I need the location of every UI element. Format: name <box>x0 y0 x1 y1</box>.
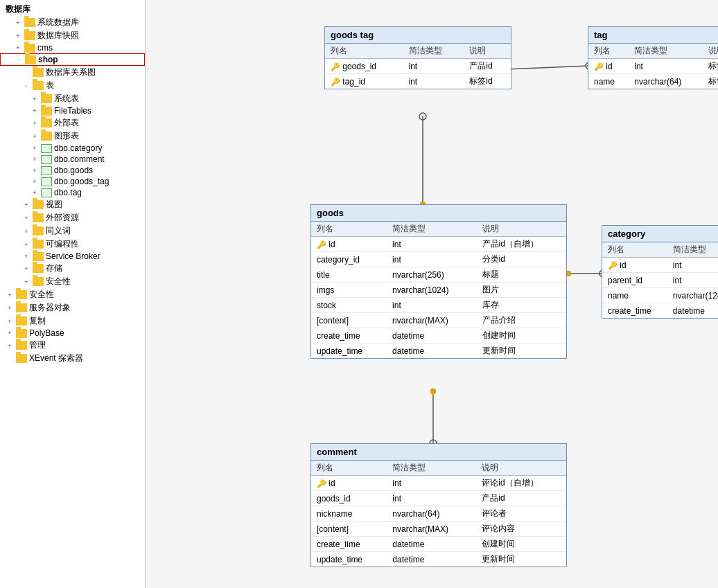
table-icon <box>41 188 52 197</box>
sidebar-item-label: dbo.comment <box>54 154 105 164</box>
expand-icon: + <box>22 240 30 249</box>
table-row: 🔑 tag_id int 标签id <box>325 74 511 89</box>
table-row: 🔑 id int 产品id（自增） <box>311 237 566 252</box>
sidebar-item-polybase[interactable]: + PolyBase <box>0 328 145 339</box>
col-type: nvarchar(64) <box>387 506 476 522</box>
col-type: nvarchar(MAX) <box>387 313 476 328</box>
table-row: parent_id int 父级分类id <box>602 273 718 288</box>
col-name: update_time <box>311 344 387 359</box>
sidebar-item-system-tables[interactable]: + 系统表 <box>0 92 145 105</box>
expand-icon: + <box>30 119 39 127</box>
sidebar-item-dbo-goods-tag[interactable]: + dbo.goods_tag <box>0 176 145 187</box>
col-header-name: 列名 <box>311 222 387 237</box>
expand-icon: + <box>30 132 39 141</box>
col-name: parent_id <box>602 273 667 288</box>
sidebar-item-storage[interactable]: + 存储 <box>0 262 145 275</box>
sidebar-item-replication[interactable]: + 复制 <box>0 314 145 328</box>
col-desc: 创建时间 <box>477 328 566 344</box>
key-icon: 🔑 <box>317 479 326 488</box>
sidebar-item-label: XEvent 探索器 <box>29 353 83 364</box>
sidebar-item-cms[interactable]: + cms <box>0 42 145 53</box>
folder-icon <box>33 81 44 90</box>
table-row: create_time datetime 创建时间 <box>311 537 566 552</box>
folder-icon <box>24 44 35 53</box>
sidebar-item-label: Service Broker <box>46 251 100 261</box>
sidebar-item-external-tables[interactable]: + 外部表 <box>0 116 145 130</box>
sidebar-item-system-db[interactable]: + 系统数据库 <box>0 16 145 29</box>
sidebar-item-service-broker[interactable]: + Service Broker <box>0 251 145 262</box>
expand-icon: + <box>14 19 22 27</box>
sidebar-item-synonyms[interactable]: + 同义词 <box>0 224 145 238</box>
sidebar-item-shop[interactable]: - shop <box>0 53 145 66</box>
sidebar-item-graph-tables[interactable]: + 图形表 <box>0 130 145 143</box>
sidebar-item-server-objects[interactable]: + 服务器对象 <box>0 301 145 314</box>
table-comment: comment 列名 简洁类型 说明 🔑 id int 评论id（自增） <box>310 443 567 567</box>
col-type: int <box>629 59 702 74</box>
diagram-canvas: goods tag 列名 简洁类型 说明 🔑 goods_id int 产品id <box>146 0 718 588</box>
sidebar-item-programmability[interactable]: + 可编程性 <box>0 238 145 251</box>
sidebar-item-db-diagram[interactable]: 数据库关系图 <box>0 66 145 79</box>
col-header-name: 列名 <box>588 44 629 59</box>
expand-icon: + <box>30 95 39 103</box>
sidebar-item-xevent[interactable]: XEvent 探索器 <box>0 352 145 365</box>
table-goods-header: goods <box>311 205 566 222</box>
sidebar-item-dbo-goods[interactable]: + dbo.goods <box>0 165 145 176</box>
folder-icon <box>41 94 52 103</box>
col-type: nvarchar(256) <box>387 267 476 283</box>
table-row: name nvarchar(64) 标签名 <box>588 74 718 89</box>
folder-icon <box>41 132 52 141</box>
sidebar-item-file-tables[interactable]: + FileTables <box>0 105 145 116</box>
sidebar-label: 数据库 <box>6 3 30 15</box>
col-type: datetime <box>387 328 476 344</box>
folder-icon <box>33 226 44 235</box>
expand-icon: + <box>6 341 14 350</box>
sidebar-item-label: dbo.tag <box>54 188 82 197</box>
sidebar-item-label: 管理 <box>29 339 46 351</box>
sidebar-item-dbo-tag[interactable]: + dbo.tag <box>0 187 145 198</box>
expand-icon: + <box>30 188 39 197</box>
col-desc: 评论id（自增） <box>476 476 566 491</box>
sidebar-item-tables[interactable]: - 表 <box>0 79 145 92</box>
table-title: tag <box>594 30 608 40</box>
key-icon: 🔑 <box>608 261 618 269</box>
col-type: int <box>387 298 476 313</box>
col-type: datetime <box>387 537 476 552</box>
col-type: int <box>403 59 464 74</box>
expand-icon: + <box>30 155 39 163</box>
sidebar-item-management[interactable]: + 管理 <box>0 339 145 352</box>
expand-icon: + <box>22 214 30 222</box>
sidebar-item-label: 外部资源 <box>46 212 79 224</box>
sidebar-item-dbo-category[interactable]: + dbo.category <box>0 143 145 154</box>
sidebar-item-views[interactable]: + 视图 <box>0 198 145 211</box>
sidebar-item-label: 存储 <box>46 262 62 274</box>
sidebar-item-security-sub[interactable]: + 安全性 <box>0 275 145 288</box>
folder-icon <box>25 55 36 64</box>
col-desc: 库存 <box>477 298 566 313</box>
table-row: nickname nvarchar(64) 评论者 <box>311 506 566 522</box>
expand-icon: + <box>14 44 22 52</box>
sidebar-item-external-res[interactable]: + 外部资源 <box>0 211 145 224</box>
sidebar-item-label: cms <box>37 43 53 53</box>
sidebar-item-dbo-comment[interactable]: + dbo.comment <box>0 154 145 165</box>
sidebar-item-label: 视图 <box>46 199 62 211</box>
table-row: imgs nvarchar(1024) 图片 <box>311 283 566 298</box>
sidebar-item-db-snapshot[interactable]: + 数据库快照 <box>0 29 145 42</box>
col-desc: 评论者 <box>476 506 566 522</box>
expand-icon: + <box>6 291 14 299</box>
main-diagram-area: goods tag 列名 简洁类型 说明 🔑 goods_id int 产品id <box>146 0 718 588</box>
expand-icon: + <box>22 227 30 235</box>
expand-icon: + <box>14 32 22 40</box>
col-desc: 创建时间 <box>476 537 566 552</box>
col-header-name: 列名 <box>325 44 403 59</box>
col-name: category_id <box>311 252 387 267</box>
table-goods-tag-body: 列名 简洁类型 说明 🔑 goods_id int 产品id 🔑 tag_id … <box>325 44 511 89</box>
sidebar-item-label: 数据库快照 <box>37 30 79 42</box>
sidebar-item-label: 系统数据库 <box>37 17 79 28</box>
col-desc: 更新时间 <box>476 552 566 567</box>
table-row: goods_id int 产品id <box>311 491 566 506</box>
folder-icon <box>33 200 44 209</box>
sidebar-item-security[interactable]: + 安全性 <box>0 288 145 301</box>
col-type: nvarchar(1024) <box>387 283 476 298</box>
table-row: title nvarchar(256) 标题 <box>311 267 566 283</box>
expand-icon: + <box>22 265 30 273</box>
